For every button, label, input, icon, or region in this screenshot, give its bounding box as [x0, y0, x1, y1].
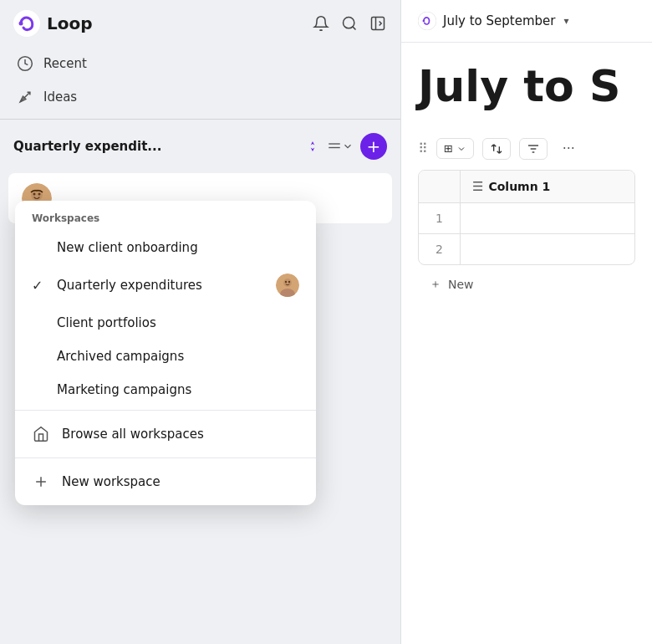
- dropdown-item-label-marketing: Marketing campaigns: [57, 382, 191, 397]
- dropdown-item-label-portfolios: Client portfolios: [57, 315, 156, 330]
- edit-icon: [17, 89, 33, 105]
- plus-icon: [32, 473, 50, 491]
- sidebar-item-ideas[interactable]: Ideas: [0, 80, 400, 114]
- loop-logo-icon: [13, 10, 40, 37]
- table-header-num: [419, 171, 461, 202]
- check-icon: ✓: [32, 278, 47, 294]
- nav-divider: [0, 119, 400, 120]
- new-row-label: New: [448, 278, 474, 291]
- dropdown-divider-1: [15, 410, 316, 411]
- table-cell-col1-row1[interactable]: [461, 203, 634, 233]
- dropdown-item-label-archived: Archived campaigns: [57, 349, 184, 364]
- header-icons: [312, 14, 387, 33]
- svg-point-2: [344, 18, 354, 28]
- workspace-bar: Quarterly expendit... +: [0, 125, 400, 168]
- svg-line-5: [20, 92, 30, 102]
- table-cell-col1-row2[interactable]: [461, 234, 634, 264]
- svg-point-0: [13, 10, 40, 37]
- page-icon: [418, 12, 436, 30]
- main-header: July to September ▾: [401, 0, 652, 43]
- sort-icon: [490, 142, 503, 156]
- dropdown-item-marketing[interactable]: Marketing campaigns: [15, 373, 316, 406]
- more-options-button[interactable]: ···: [556, 137, 582, 160]
- dropdown-item-quarterly[interactable]: ✓ Quarterly expenditures: [15, 264, 316, 306]
- filter-icon: [527, 142, 540, 156]
- collapse-sidebar-icon[interactable]: [369, 14, 387, 33]
- sidebar-header: Loop: [0, 0, 400, 47]
- table-icon: ⊞: [444, 142, 453, 155]
- add-workspace-button[interactable]: +: [360, 133, 387, 160]
- sidebar: Loop: [0, 0, 401, 644]
- grid-dots-icon: ⠿: [418, 141, 428, 156]
- header-dropdown-arrow[interactable]: ▾: [563, 15, 568, 27]
- dropdown-item-new-client[interactable]: New client onboarding: [15, 231, 316, 264]
- browse-workspaces-label: Browse all workspaces: [62, 427, 204, 442]
- new-row-plus-icon: ＋: [430, 277, 441, 292]
- dropdown-item-archived[interactable]: Archived campaigns: [15, 340, 316, 373]
- dropdown-section-label: Workspaces: [15, 201, 316, 231]
- clock-icon: [17, 55, 33, 72]
- workspace-title: Quarterly expendit...: [13, 139, 298, 154]
- table-cell-num-2: 2: [419, 234, 461, 264]
- svg-point-12: [38, 193, 41, 196]
- svg-point-21: [423, 20, 425, 23]
- recent-label: Recent: [43, 56, 87, 71]
- home-icon: [32, 425, 50, 443]
- dropdown-item-portfolios[interactable]: Client portfolios: [15, 306, 316, 340]
- new-workspace-button[interactable]: New workspace: [15, 462, 316, 502]
- workspace-chevron-icon[interactable]: [305, 139, 320, 154]
- table-header-row: ☰ Column 1: [419, 171, 634, 203]
- table-header-col1: ☰ Column 1: [461, 171, 634, 202]
- main-content: July to September ▾ July to S ⠿ ⊞: [401, 0, 652, 644]
- logo-area: Loop: [13, 10, 93, 37]
- sort-button[interactable]: [482, 138, 511, 160]
- table-view-button[interactable]: ⊞: [436, 138, 474, 159]
- svg-point-20: [418, 12, 436, 30]
- svg-point-16: [285, 281, 287, 283]
- svg-point-1: [19, 22, 23, 26]
- table-view-chevron: [456, 144, 466, 154]
- dropdown-item-label-quarterly: Quarterly expenditures: [57, 278, 202, 293]
- table-toolbar: ⠿ ⊞ ···: [418, 137, 635, 160]
- table-row[interactable]: 1: [419, 203, 634, 234]
- svg-point-11: [33, 193, 36, 196]
- data-table: ☰ Column 1 1 2: [418, 170, 635, 265]
- search-icon[interactable]: [340, 14, 359, 33]
- svg-point-17: [288, 281, 290, 283]
- main-header-title: July to September: [443, 13, 555, 28]
- new-row-button[interactable]: ＋ New: [418, 268, 635, 300]
- dropdown-divider-2: [15, 457, 316, 458]
- workspace-dropdown: Workspaces New client onboarding ✓ Quart…: [15, 201, 316, 505]
- dropdown-item-label-new-client: New client onboarding: [57, 240, 198, 255]
- svg-rect-3: [372, 18, 385, 30]
- ideas-label: Ideas: [43, 89, 77, 105]
- table-row[interactable]: 2: [419, 234, 634, 264]
- sidebar-item-recent[interactable]: Recent: [0, 47, 400, 80]
- column-1-header: Column 1: [488, 180, 550, 193]
- column-menu-icon: ☰: [472, 179, 483, 194]
- app-name: Loop: [47, 13, 93, 33]
- browse-workspaces-button[interactable]: Browse all workspaces: [15, 414, 316, 454]
- quarterly-avatar: [276, 273, 299, 297]
- new-workspace-label: New workspace: [62, 474, 160, 489]
- main-body: July to S ⠿ ⊞: [401, 43, 652, 644]
- table-cell-num-1: 1: [419, 203, 461, 233]
- page-title: July to S: [418, 63, 635, 110]
- notification-icon[interactable]: [312, 14, 330, 33]
- filter-button[interactable]: [519, 138, 548, 160]
- workspace-menu-icon[interactable]: [327, 139, 354, 154]
